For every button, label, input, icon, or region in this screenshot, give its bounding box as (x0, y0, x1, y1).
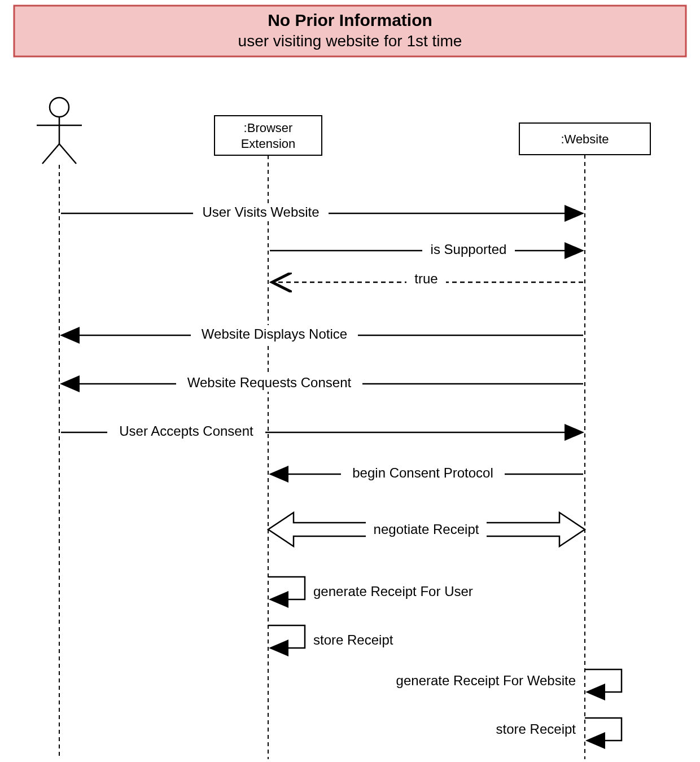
msg-store-receipt-website: store Receipt (496, 718, 622, 741)
message-label: is Supported (431, 242, 507, 257)
message-label: generate Receipt For Website (396, 673, 576, 688)
actor-user (37, 98, 82, 164)
msg-true: true (272, 270, 583, 287)
msg-displays-notice: Website Displays Notice (63, 325, 583, 343)
msg-generate-receipt-website: generate Receipt For Website (396, 669, 622, 692)
message-label: User Visits Website (202, 204, 319, 220)
msg-requests-consent: Website Requests Consent (63, 374, 583, 392)
participant-label: Extension (241, 137, 296, 151)
participant-website: :Website (519, 123, 650, 155)
msg-begin-consent-protocol: begin Consent Protocol (272, 464, 583, 482)
message-label: true (414, 271, 438, 286)
msg-store-receipt-user: store Receipt (268, 625, 393, 648)
participant-browser-extension: :Browser Extension (215, 116, 322, 155)
header-title: No Prior Information (268, 11, 432, 29)
msg-generate-receipt-user: generate Receipt For User (268, 577, 473, 599)
svg-line-4 (42, 144, 59, 164)
participant-label: :Website (561, 132, 609, 146)
message-label: Website Requests Consent (187, 375, 352, 390)
sequence-diagram: No Prior Information user visiting websi… (0, 0, 700, 762)
message-label: generate Receipt For User (313, 584, 473, 599)
message-label: store Receipt (313, 632, 393, 647)
message-label: Website Displays Notice (202, 326, 347, 341)
diagram-header: No Prior Information user visiting websi… (14, 6, 686, 56)
msg-user-visits-website: User Visits Website (61, 203, 581, 221)
svg-line-5 (59, 144, 76, 164)
msg-negotiate-receipt: negotiate Receipt (268, 513, 585, 546)
msg-is-supported: is Supported (270, 240, 581, 259)
message-label: store Receipt (496, 721, 576, 737)
message-label: negotiate Receipt (374, 522, 479, 537)
msg-accepts-consent: User Accepts Consent (61, 422, 581, 440)
svg-point-1 (50, 98, 69, 117)
message-label: begin Consent Protocol (352, 465, 493, 480)
participant-label: :Browser (244, 121, 293, 135)
message-label: User Accepts Consent (119, 423, 253, 439)
header-subtitle: user visiting website for 1st time (238, 32, 462, 50)
